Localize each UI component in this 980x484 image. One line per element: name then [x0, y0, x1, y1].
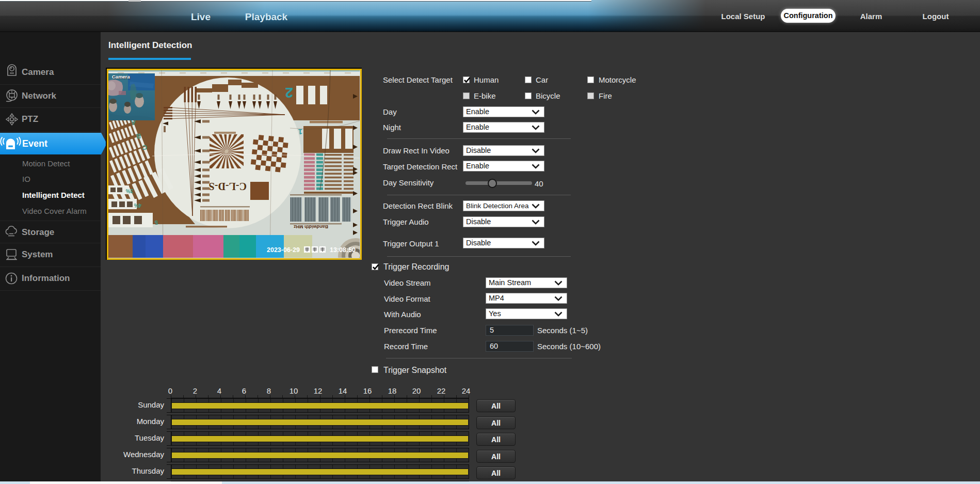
svg-text:4%: 4%: [134, 202, 141, 208]
svg-text:Camera: Camera: [112, 74, 131, 80]
svg-text:5: 5: [155, 220, 158, 226]
svg-text:C-L-D-S: C-L-D-S: [209, 181, 247, 192]
svg-text:3%: 3%: [125, 188, 133, 194]
svg-text:B: B: [136, 132, 141, 140]
svg-text:Bandwidth MHz: Bandwidth MHz: [294, 224, 328, 229]
svg-text:2023-06-29: 2023-06-29: [267, 246, 300, 254]
svg-text:C: C: [142, 144, 147, 151]
svg-text:13:08:50: 13:08:50: [330, 246, 356, 254]
svg-text:2: 2: [285, 85, 293, 101]
